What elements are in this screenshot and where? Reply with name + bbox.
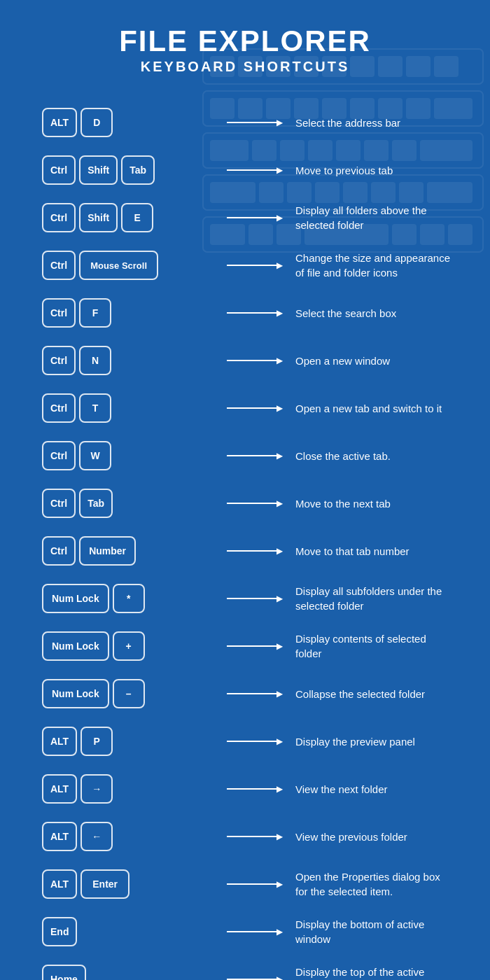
key-badge: Tab [79,489,113,518]
shortcut-row: CtrlWClose the active tab. [42,432,455,479]
arrow-icon [227,689,283,699]
arrow-icon [227,879,283,889]
shortcut-row: ALTDSelect the address bar [42,99,455,146]
key-badge: Number [79,536,136,566]
keys-section: ALTD [42,108,224,137]
shortcut-row: CtrlMouse ScrollChange the size and appe… [42,241,455,289]
shortcut-description: Display contents of selected folder [290,631,455,661]
keys-section: CtrlNumber [42,536,224,566]
key-badge: ← [80,822,113,851]
arrow-icon [227,784,283,794]
arrow-section [227,451,290,461]
shortcut-description: Select the search box [290,306,455,321]
shortcut-description: Display the bottom of active window [290,917,455,946]
arrow-icon [227,736,283,746]
arrow-section [227,594,290,603]
arrow-section [227,736,290,746]
shortcut-row: Num Lock–Collapse the selected folder [42,670,455,718]
shortcut-row: CtrlNOpen a new window [42,337,455,384]
key-badge: Tab [121,155,155,185]
key-badge: Shift [79,203,118,232]
key-badge: Ctrl [42,489,76,518]
keys-section: ALT← [42,822,224,851]
keys-section: ALT→ [42,774,224,804]
keys-section: CtrlT [42,393,224,423]
shortcut-row: Num Lock*Display all subfolders under th… [42,575,455,622]
shortcut-row: ALTPDisplay the preview panel [42,718,455,765]
key-badge: Ctrl [42,203,76,232]
shortcut-row: ALTEnterOpen the Properties dialog box f… [42,860,455,908]
shortcut-description: Open a new tab and switch to it [290,401,455,416]
arrow-section [227,213,290,223]
shortcut-row: EndDisplay the bottom of active window [42,908,455,955]
shortcut-description: Close the active tab. [290,449,455,463]
arrow-section [227,498,290,508]
arrow-section [227,974,290,980]
key-badge: Ctrl [42,155,76,185]
arrow-section [227,927,290,937]
keys-section: ALTEnter [42,869,224,899]
arrow-icon [227,974,283,980]
key-badge: Num Lock [42,679,109,708]
keys-section: CtrlShiftTab [42,155,224,185]
page-title: FILE EXPLORER [14,25,476,57]
key-badge: ALT [42,774,77,804]
arrow-icon [227,641,283,651]
key-badge: Ctrl [42,298,76,328]
arrow-section [227,641,290,651]
arrow-section [227,403,290,413]
arrow-section [227,784,290,794]
arrow-icon [227,356,283,365]
key-badge: F [79,298,111,328]
keys-section: CtrlMouse Scroll [42,251,224,280]
key-badge: Ctrl [42,441,76,470]
keys-section: Num Lock– [42,679,224,708]
arrow-section [227,689,290,699]
key-badge: Enter [80,869,130,899]
shortcut-row: CtrlTabMove to the next tab [42,479,455,527]
key-badge: Num Lock [42,631,109,661]
shortcut-row: ALT→View the next folder [42,765,455,813]
key-badge: W [79,441,111,470]
key-badge: P [80,727,113,756]
shortcut-row: HomeDisplay the top of the active window [42,955,455,980]
arrow-icon [227,832,283,841]
arrow-section [227,260,290,270]
shortcut-row: CtrlNumberMove to that tab number [42,527,455,575]
key-badge: ALT [42,822,77,851]
key-badge: * [113,584,145,613]
arrow-icon [227,546,283,556]
shortcuts-list: ALTDSelect the address barCtrlShiftTabMo… [0,92,490,980]
keys-section: ALTP [42,727,224,756]
keys-section: CtrlShiftE [42,203,224,232]
key-badge: Ctrl [42,346,76,375]
arrow-icon [227,594,283,603]
arrow-section [227,118,290,127]
shortcut-description: Collapse the selected folder [290,687,455,701]
arrow-icon [227,260,283,270]
key-badge: Home [42,965,86,980]
shortcut-description: Display the preview panel [290,734,455,749]
key-badge: Shift [79,155,118,185]
arrow-icon [227,927,283,937]
keys-section: Home [42,965,224,980]
shortcut-description: Move to the next tab [290,496,455,511]
shortcut-row: Num Lock+Display contents of selected fo… [42,622,455,670]
shortcut-description: Display all folders above the selected f… [290,203,455,232]
key-badge: T [79,393,111,423]
shortcut-row: CtrlFSelect the search box [42,289,455,337]
key-badge: Num Lock [42,584,109,613]
arrow-icon [227,213,283,223]
key-badge: N [79,346,111,375]
shortcut-description: Open a new window [290,354,455,368]
key-badge: → [80,774,113,804]
arrow-section [227,879,290,889]
arrow-icon [227,451,283,461]
arrow-icon [227,498,283,508]
shortcut-row: CtrlShiftEDisplay all folders above the … [42,194,455,241]
arrow-icon [227,118,283,127]
shortcut-description: Select the address bar [290,115,455,130]
keys-section: End [42,917,224,946]
keys-section: CtrlTab [42,489,224,518]
shortcut-description: Move to that tab number [290,544,455,559]
